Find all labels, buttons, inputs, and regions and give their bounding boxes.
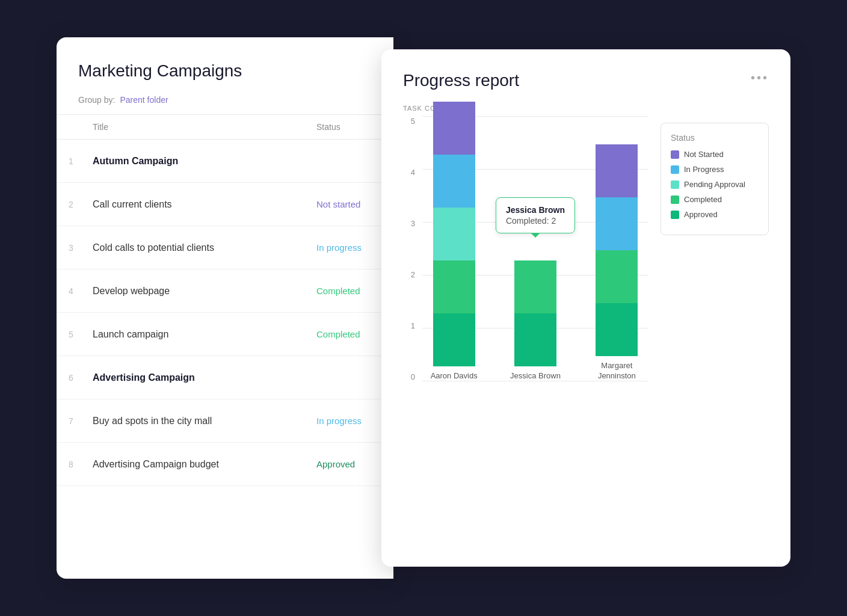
table-row[interactable]: 3 Cold calls to potential clients In pro… [57, 226, 393, 270]
col-status: Status [309, 122, 393, 132]
tooltip-value: Completed: 2 [506, 216, 565, 226]
campaigns-table: Title Status 1 Autumn Campaign 2 Call cu… [57, 114, 393, 486]
row-title: Cold calls to potential clients [85, 242, 309, 253]
group-by-label: Group by: [78, 95, 115, 105]
row-title: Call current clients [85, 199, 309, 210]
table-row[interactable]: 7 Buy ad spots in the city mall In progr… [57, 399, 393, 443]
row-number: 5 [57, 330, 85, 339]
y-label: 1 [403, 321, 415, 330]
legend-color [671, 150, 679, 159]
bar-segment [596, 250, 638, 303]
row-title: Develop webpage [85, 286, 309, 297]
chart-body: 012345 Aaron DavidsJessica Brown Jessica… [403, 117, 648, 405]
chart-area: TASK COUNT 012345 Aaron DavidsJessica Br… [403, 105, 769, 454]
stacked-bar [433, 102, 475, 366]
legend-title: Status [671, 133, 759, 143]
row-number: 4 [57, 286, 85, 296]
bar-segment [514, 260, 556, 313]
table-row[interactable]: 2 Call current clients Not started [57, 183, 393, 226]
bar-segment [596, 303, 638, 356]
row-status: Completed [309, 286, 393, 296]
legend-item: Approved [671, 210, 759, 219]
group-by-row: Group by: Parent folder [57, 95, 393, 114]
bar-segment [433, 155, 475, 208]
more-options-button[interactable]: ••• [751, 71, 769, 85]
row-number: 3 [57, 243, 85, 253]
row-status: In progress [309, 242, 393, 253]
row-number: 6 [57, 373, 85, 383]
legend-color [671, 165, 679, 174]
row-number: 8 [57, 460, 85, 469]
row-status: Approved [309, 459, 393, 469]
row-status: Completed [309, 329, 393, 339]
bars-container: Aaron DavidsJessica Brown Jessica Brown … [422, 117, 648, 405]
y-label: 2 [403, 270, 415, 279]
row-title: Launch campaign [85, 329, 309, 340]
legend-item: Pending Approval [671, 180, 759, 189]
report-header: Progress report ••• [403, 71, 769, 90]
bar-segment [596, 197, 638, 250]
legend-text: Not Started [684, 150, 724, 159]
bar-segment [433, 102, 475, 155]
bar-segment [433, 313, 475, 366]
bar-group-1: Jessica Brown Jessica Brown Completed: 2 [504, 102, 567, 381]
report-title: Progress report [403, 71, 519, 90]
table-row[interactable]: 5 Launch campaign Completed [57, 313, 393, 356]
left-panel: Marketing Campaigns Group by: Parent fol… [57, 37, 393, 579]
legend-color [671, 211, 679, 219]
page-title: Marketing Campaigns [57, 61, 393, 95]
row-number: 2 [57, 200, 85, 209]
row-status: Not started [309, 199, 393, 209]
legend-text: In Progress [684, 165, 724, 174]
legend-box: Status Not Started In Progress Pending A… [661, 123, 769, 235]
right-panel: Progress report ••• TASK COUNT 012345 Aa… [381, 49, 790, 567]
row-title: Advertising Campaign [85, 372, 309, 383]
legend-item: Not Started [671, 150, 759, 159]
row-number: 7 [57, 416, 85, 426]
bar-x-label: Margaret Jenninston [585, 361, 648, 381]
legend-color [671, 196, 679, 204]
col-number [57, 122, 85, 132]
group-by-value[interactable]: Parent folder [120, 95, 168, 105]
row-title: Advertising Campaign budget [85, 459, 309, 470]
bar-x-label: Aaron Davids [431, 371, 478, 381]
table-row[interactable]: 1 Autumn Campaign [57, 140, 393, 183]
legend-color [671, 180, 679, 189]
y-label: 3 [403, 219, 415, 228]
row-title: Autumn Campaign [85, 156, 309, 167]
y-label: 4 [403, 168, 415, 177]
row-number: 1 [57, 156, 85, 166]
y-label: 0 [403, 372, 415, 381]
bar-segment [596, 144, 638, 197]
bar-x-label: Jessica Brown [510, 371, 561, 381]
table-row[interactable]: 4 Develop webpage Completed [57, 270, 393, 313]
table-rows: 1 Autumn Campaign 2 Call current clients… [57, 140, 393, 486]
y-axis: 012345 [403, 117, 415, 405]
row-status: In progress [309, 416, 393, 426]
bar-segment [514, 313, 556, 366]
table-row[interactable]: 8 Advertising Campaign budget Approved [57, 443, 393, 486]
stacked-bar [596, 91, 638, 356]
bar-tooltip: Jessica Brown Completed: 2 [496, 197, 575, 233]
bar-segment [433, 208, 475, 260]
legend-items: Not Started In Progress Pending Approval… [671, 150, 759, 219]
bar-group-2: Margaret Jenninston [585, 91, 648, 381]
col-title: Title [85, 122, 309, 132]
row-title: Buy ad spots in the city mall [85, 416, 309, 427]
legend-item: In Progress [671, 165, 759, 174]
legend-text: Completed [684, 195, 722, 204]
legend-item: Completed [671, 195, 759, 204]
table-row[interactable]: 6 Advertising Campaign [57, 356, 393, 399]
tooltip-name: Jessica Brown [506, 205, 565, 215]
y-label: 5 [403, 117, 415, 126]
bar-group-0: Aaron Davids [422, 102, 485, 381]
table-header: Title Status [57, 114, 393, 140]
chart-main: TASK COUNT 012345 Aaron DavidsJessica Br… [403, 105, 648, 454]
legend-text: Approved [684, 210, 718, 219]
bar-segment [433, 260, 475, 313]
legend-text: Pending Approval [684, 180, 745, 189]
